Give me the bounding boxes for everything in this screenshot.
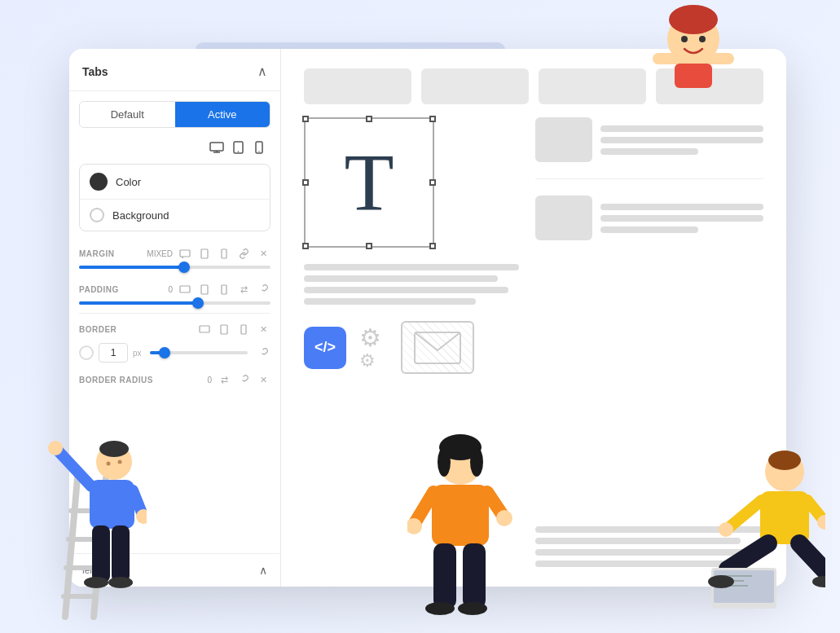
svg-rect-71	[675, 64, 712, 88]
border-label: BORDER	[79, 325, 192, 334]
border-color-dot[interactable]	[79, 345, 94, 360]
padding-tablet-icon[interactable]	[197, 282, 212, 297]
border-desktop-icon[interactable]	[197, 322, 212, 336]
bottom-icons-row: </> ⚙ ⚙	[304, 321, 519, 374]
svg-point-70	[699, 36, 706, 42]
svg-rect-0	[210, 143, 223, 151]
svg-point-6	[258, 151, 259, 152]
svg-rect-33	[92, 525, 110, 582]
margin-tablet-icon[interactable]	[197, 246, 212, 261]
svg-line-58	[799, 543, 824, 569]
margin-link-icon[interactable]	[236, 246, 251, 261]
code-icon-box[interactable]: </>	[304, 327, 346, 369]
border-value-input[interactable]	[99, 343, 128, 363]
svg-rect-46	[433, 543, 456, 609]
svg-point-30	[48, 441, 63, 455]
card-thumb-1	[535, 117, 592, 162]
card-line-1c	[600, 148, 698, 155]
handle-tr	[429, 116, 436, 122]
person-yellow-illustration	[703, 447, 825, 626]
border-radius-link-icon[interactable]	[236, 372, 251, 387]
svg-point-68	[669, 5, 718, 34]
color-circle	[90, 173, 108, 191]
text-line-1	[304, 264, 519, 270]
bg-row[interactable]: Background	[80, 200, 270, 231]
svg-rect-34	[112, 525, 130, 582]
svg-rect-14	[200, 326, 209, 332]
bg-radio	[90, 208, 104, 222]
envelope-box	[401, 321, 474, 374]
card-line-2b	[600, 215, 763, 222]
svg-rect-16	[241, 325, 246, 334]
tablet-icon[interactable]	[230, 139, 246, 156]
margin-section: MARGIN MIXED ✕	[69, 240, 280, 275]
tab-default[interactable]: Default	[80, 102, 175, 127]
color-row[interactable]: Color	[80, 165, 270, 200]
text-line-2	[304, 275, 498, 282]
margin-label: MARGIN	[79, 249, 142, 258]
card-line-2a	[600, 204, 763, 210]
border-close-icon[interactable]: ✕	[256, 322, 270, 336]
panel-title: Tabs	[82, 65, 108, 78]
card-block-1	[535, 117, 763, 162]
margin-slider[interactable]	[79, 266, 270, 269]
svg-rect-7	[180, 250, 190, 257]
margin-value: MIXED	[147, 249, 173, 258]
border-radius-close-icon[interactable]: ✕	[256, 372, 270, 387]
color-label: Color	[116, 176, 141, 188]
card-lines-2	[600, 196, 763, 240]
text-lines	[304, 264, 519, 305]
svg-point-40	[470, 447, 483, 477]
svg-point-65	[812, 576, 825, 587]
margin-desktop-icon[interactable]	[178, 246, 192, 261]
border-radius-value: 0	[207, 376, 212, 385]
letter-box[interactable]: T	[304, 117, 434, 248]
gear-icons: ⚙ ⚙	[359, 326, 381, 370]
border-mobile-icon[interactable]	[236, 322, 251, 336]
svg-rect-10	[222, 249, 226, 258]
svg-rect-9	[201, 249, 208, 258]
border-slider[interactable]	[150, 351, 248, 354]
padding-desktop-icon[interactable]	[178, 282, 192, 297]
padding-mobile-icon[interactable]	[217, 282, 231, 297]
svg-point-45	[496, 510, 512, 526]
top-box-1	[304, 68, 411, 104]
color-bg-section: Color Background	[79, 164, 270, 231]
padding-adjust-icon[interactable]: ⇄	[236, 282, 251, 297]
svg-line-53	[728, 500, 762, 529]
svg-rect-41	[432, 485, 489, 546]
border-tablet-icon[interactable]	[217, 322, 231, 336]
svg-rect-47	[463, 543, 486, 609]
svg-point-54	[719, 522, 733, 537]
margin-mobile-icon[interactable]	[217, 246, 231, 261]
footer-chevron[interactable]: ∧	[259, 564, 267, 577]
handle-mr	[429, 179, 436, 186]
person-top-illustration	[649, 0, 738, 98]
card-lines-1	[600, 117, 763, 162]
svg-rect-13	[222, 285, 226, 294]
svg-point-27	[118, 460, 122, 464]
desktop-icon[interactable]	[209, 139, 225, 156]
top-box-2	[421, 68, 529, 104]
margin-close-icon[interactable]: ✕	[256, 246, 270, 261]
panel-header: Tabs ∧	[69, 49, 280, 91]
mobile-icon[interactable]	[251, 139, 267, 156]
svg-point-48	[425, 602, 455, 615]
border-link-icon[interactable]	[256, 345, 270, 360]
padding-value: 0	[168, 285, 173, 294]
border-radius-adjust-icon[interactable]: ⇄	[217, 372, 231, 387]
handle-ml	[302, 179, 309, 186]
svg-point-64	[708, 575, 734, 588]
svg-point-25	[99, 441, 129, 457]
top-box-3	[539, 68, 646, 104]
border-unit: px	[133, 349, 142, 358]
padding-link-icon[interactable]	[256, 282, 270, 297]
padding-slider[interactable]	[79, 301, 270, 305]
gear-icon-1: ⚙	[359, 326, 381, 350]
card-line-2c	[600, 226, 698, 233]
collapse-icon[interactable]: ∧	[257, 64, 267, 79]
tab-active[interactable]: Active	[175, 102, 270, 127]
svg-point-26	[107, 462, 111, 466]
svg-rect-11	[180, 286, 190, 292]
gear-icon-2: ⚙	[359, 352, 381, 370]
